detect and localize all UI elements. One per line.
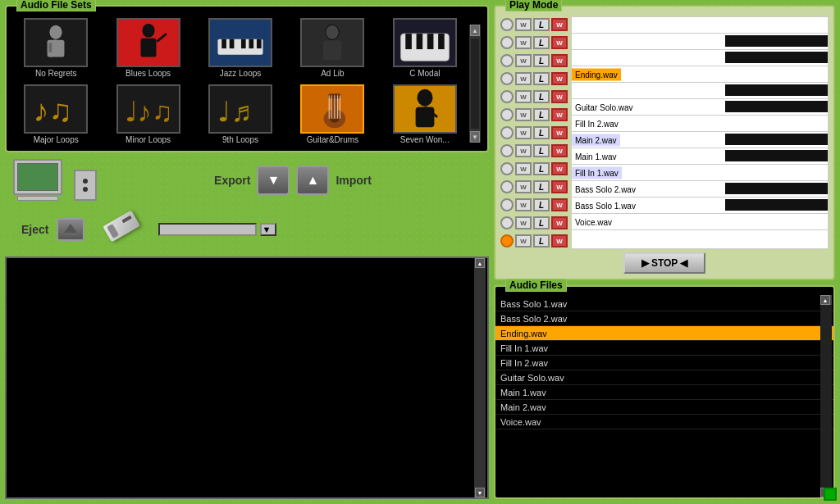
play-btn-o[interactable] — [500, 72, 514, 85]
green-corner-button[interactable] — [824, 488, 837, 501]
black-scroll-down[interactable]: ▼ — [475, 488, 485, 497]
play-btn-w[interactable]: W — [515, 144, 532, 157]
audio-set-item[interactable]: C Modal — [381, 16, 469, 79]
audio-file-item[interactable]: Bass Solo 2.wav — [495, 311, 833, 326]
piano-track-row[interactable]: Main 1.wav — [572, 148, 828, 165]
play-btn-lw[interactable]: W — [551, 180, 568, 193]
play-btn-w[interactable]: W — [515, 216, 532, 229]
play-btn-l[interactable]: L — [533, 216, 550, 229]
play-btn-l[interactable]: L — [533, 198, 550, 211]
audio-files-scrollbar[interactable]: ▲ ▼ — [820, 295, 832, 497]
play-btn-o[interactable] — [500, 90, 514, 103]
eject-button[interactable] — [57, 218, 84, 241]
play-btn-lw[interactable]: W — [551, 216, 568, 229]
import-button[interactable]: ▲ — [296, 166, 329, 195]
play-btn-w[interactable]: W — [515, 108, 532, 121]
piano-track-row[interactable]: Fill In 1.wav — [572, 165, 828, 181]
audio-set-item[interactable]: Seven Won... — [381, 83, 469, 146]
audio-file-item[interactable]: Fill In 2.wav — [495, 356, 833, 370]
play-btn-o[interactable] — [500, 180, 514, 193]
play-btn-l[interactable]: L — [533, 36, 550, 49]
play-btn-w[interactable]: W — [515, 18, 532, 31]
sets-scroll-up[interactable]: ▲ — [470, 25, 480, 36]
stop-button[interactable]: ▶ STOP ◀ — [623, 252, 706, 274]
play-btn-lw[interactable]: W — [551, 144, 568, 157]
piano-track-row[interactable]: Voice.wav — [572, 214, 828, 230]
play-btn-w[interactable]: W — [515, 72, 532, 85]
play-btn-l[interactable]: L — [533, 90, 550, 103]
audio-file-item[interactable]: Fill In 1.wav — [495, 341, 833, 356]
piano-track-row[interactable]: Guitar Solo.wav — [572, 99, 828, 116]
play-btn-w[interactable]: W — [515, 90, 532, 103]
audio-set-item[interactable]: Jazz Loops — [196, 16, 285, 79]
audio-file-item[interactable]: Main 2.wav — [495, 400, 833, 415]
play-btn-l[interactable]: L — [533, 108, 550, 121]
play-btn-w[interactable]: W — [515, 36, 532, 49]
piano-track-row[interactable] — [572, 34, 828, 50]
play-btn-o[interactable] — [500, 36, 514, 49]
audio-file-item[interactable]: Voice.wav — [495, 415, 833, 429]
play-btn-l[interactable]: L — [533, 162, 550, 175]
play-btn-o[interactable] — [500, 216, 514, 229]
play-btn-o[interactable] — [500, 54, 514, 67]
audio-set-item[interactable]: Blues Loops — [103, 16, 192, 79]
audio-file-item[interactable]: Guitar Solo.wav — [495, 370, 833, 385]
piano-track-row[interactable] — [572, 83, 828, 99]
piano-track-row[interactable] — [572, 50, 828, 66]
piano-track-row[interactable]: Ending.wav — [572, 66, 828, 83]
play-btn-w[interactable]: W — [515, 162, 532, 175]
play-btn-w[interactable]: W — [515, 180, 532, 193]
audio-set-item[interactable]: Guitar&Drums — [288, 83, 377, 146]
play-btn-l[interactable]: L — [533, 54, 550, 67]
sets-scroll-down[interactable]: ▼ — [470, 131, 480, 143]
audio-files-scroll-up[interactable]: ▲ — [820, 295, 830, 305]
play-btn-o[interactable] — [500, 144, 514, 157]
audio-set-item[interactable]: ♩♪♫Minor Loops — [103, 83, 192, 146]
audio-file-item[interactable]: Ending.wav — [495, 326, 833, 341]
play-btn-lw[interactable]: W — [551, 36, 568, 49]
play-btn-o[interactable] — [500, 18, 514, 31]
piano-track-row[interactable] — [572, 17, 828, 34]
play-btn-o[interactable] — [500, 126, 514, 139]
audio-set-item[interactable]: No Regrets — [11, 16, 100, 79]
audio-file-item[interactable]: Main 1.wav — [495, 385, 833, 400]
play-btn-lw[interactable]: W — [551, 72, 568, 85]
play-btn-w[interactable]: W — [515, 126, 532, 139]
piano-track-row[interactable]: Main 2.wav — [572, 132, 828, 148]
play-btn-o[interactable] — [500, 198, 514, 211]
export-button[interactable]: ▼ — [257, 166, 290, 195]
play-btn-l[interactable]: L — [533, 180, 550, 193]
progress-dropdown[interactable]: ▼ — [260, 223, 276, 236]
piano-track-row[interactable]: Bass Solo 1.wav — [572, 198, 828, 214]
black-scroll-up[interactable]: ▲ — [475, 258, 485, 268]
play-btn-lw[interactable]: W — [551, 90, 568, 103]
play-btn-o[interactable] — [500, 162, 514, 175]
play-btn-w[interactable]: W — [515, 234, 532, 247]
play-btn-lw[interactable]: W — [551, 198, 568, 211]
audio-set-item[interactable]: Ad Lib — [288, 16, 377, 79]
play-btn-lw[interactable]: W — [551, 18, 568, 31]
play-btn-lw[interactable]: W — [551, 108, 568, 121]
play-btn-l[interactable]: L — [533, 126, 550, 139]
black-area-scrollbar[interactable]: ▲ ▼ — [474, 258, 486, 497]
play-btn-l[interactable]: L — [533, 234, 550, 247]
play-btn-lw[interactable]: W — [551, 54, 568, 67]
play-btn-l[interactable]: L — [533, 144, 550, 157]
audio-set-item[interactable]: ♪♫Major Loops — [11, 83, 100, 146]
play-btn-l[interactable]: L — [533, 18, 550, 31]
audio-file-item[interactable]: Bass Solo 1.wav — [495, 297, 833, 311]
piano-track-row[interactable]: Bass Solo 2.wav — [572, 181, 828, 198]
audio-set-item[interactable]: ♩♬9th Loops — [196, 83, 285, 146]
audio-set-name: No Regrets — [35, 69, 77, 78]
play-btn-lw[interactable]: W — [551, 126, 568, 139]
play-btn-w[interactable]: W — [515, 54, 532, 67]
play-btn-o[interactable] — [500, 234, 514, 247]
sets-scrollbar[interactable]: ▲ ▼ — [469, 25, 481, 143]
piano-track-row[interactable]: Fill In 2.wav — [572, 116, 828, 132]
track-name: Bass Solo 1.wav — [572, 199, 639, 211]
play-btn-w[interactable]: W — [515, 198, 532, 211]
play-btn-lw[interactable]: W — [551, 234, 568, 247]
play-btn-o[interactable] — [500, 108, 514, 121]
play-btn-lw[interactable]: W — [551, 162, 568, 175]
play-btn-l[interactable]: L — [533, 72, 550, 85]
